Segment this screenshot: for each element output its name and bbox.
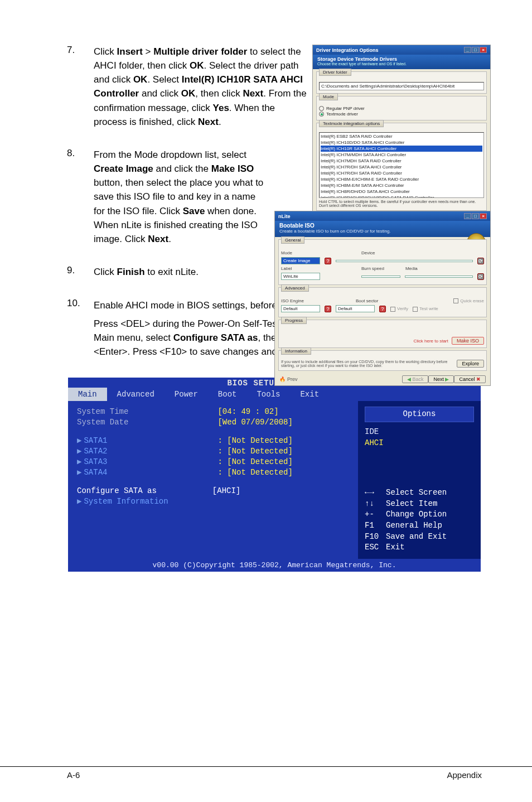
close-icon[interactable]: × (480, 213, 487, 219)
step-8-number: 8. (67, 148, 94, 246)
step-7-number: 7. (67, 45, 94, 129)
step-9-number: 9. (67, 265, 94, 279)
minimize-icon[interactable]: _ (464, 213, 471, 219)
nlite-window: nLite _□× Bootable ISO Create a bootable… (274, 211, 491, 386)
driver-folder-path[interactable]: C:\Documents and Settings\Administrator\… (319, 82, 484, 90)
window-title: Driver Integration Options (316, 47, 379, 53)
iso-engine-dropdown[interactable]: Default (281, 305, 320, 312)
close-icon[interactable]: × (480, 47, 487, 53)
media-dropdown[interactable] (405, 276, 473, 278)
bios-left-panel: System Time[04: 49 : 02] System Date[Wed… (68, 401, 358, 558)
minimize-icon[interactable]: _ (464, 47, 471, 53)
next-button[interactable]: Next ▶ (428, 375, 454, 383)
explore-button[interactable]: Explore (457, 360, 484, 368)
step-9-text: Click Finish to exit nLite. (94, 265, 199, 279)
label-input[interactable]: WinLite (281, 273, 320, 280)
refresh-icon[interactable]: ⟳ (477, 258, 484, 264)
maximize-icon[interactable]: □ (472, 47, 479, 53)
step-10-number: 10. (67, 298, 94, 359)
bios-menu: Main Advanced Power Boot Tools Exit (68, 388, 481, 401)
footer-label: Appendix (447, 770, 482, 780)
cancel-button[interactable]: Cancel ✖ (454, 375, 486, 383)
page-number: A-6 (67, 770, 80, 780)
device-dropdown[interactable] (336, 260, 473, 262)
refresh-icon[interactable]: ⟳ (477, 273, 484, 280)
make-iso-button[interactable]: Make ISO (452, 337, 484, 345)
burn-speed-dropdown[interactable] (361, 276, 400, 278)
info-icon[interactable]: ? (325, 258, 331, 264)
back-button[interactable]: ◀ Back (402, 375, 429, 383)
bios-right-panel: Options IDE AHCI ←→Select Screen ↑↓Selec… (358, 401, 481, 558)
maximize-icon[interactable]: □ (472, 213, 479, 219)
info-icon[interactable]: ? (325, 306, 331, 312)
radio-pnp-driver[interactable]: Regular PNP driver (319, 106, 484, 111)
boot-sector-dropdown[interactable]: Default (336, 305, 375, 312)
radio-textmode-driver[interactable]: Textmode driver (319, 112, 484, 117)
step-8-text: From the Mode dropdown list, select Crea… (94, 148, 267, 246)
mode-dropdown[interactable]: Create Image (281, 257, 320, 264)
driver-integration-window: Driver Integration Options _□× Storage D… (312, 45, 491, 226)
bios-screenshot: BIOS SETUP UTILITY Main Advanced Power B… (68, 378, 481, 571)
bios-menu-main: Main (68, 388, 107, 401)
step-7-text: Click Insert > Multiple driver folder to… (94, 45, 308, 129)
controller-listbox[interactable]: Intel(R) ESB2 SATA RAID Controller Intel… (319, 132, 484, 198)
list-item-selected: Intel(R) ICH10R SATA AHCI Controller (321, 146, 482, 152)
info-icon[interactable]: ? (379, 306, 386, 312)
